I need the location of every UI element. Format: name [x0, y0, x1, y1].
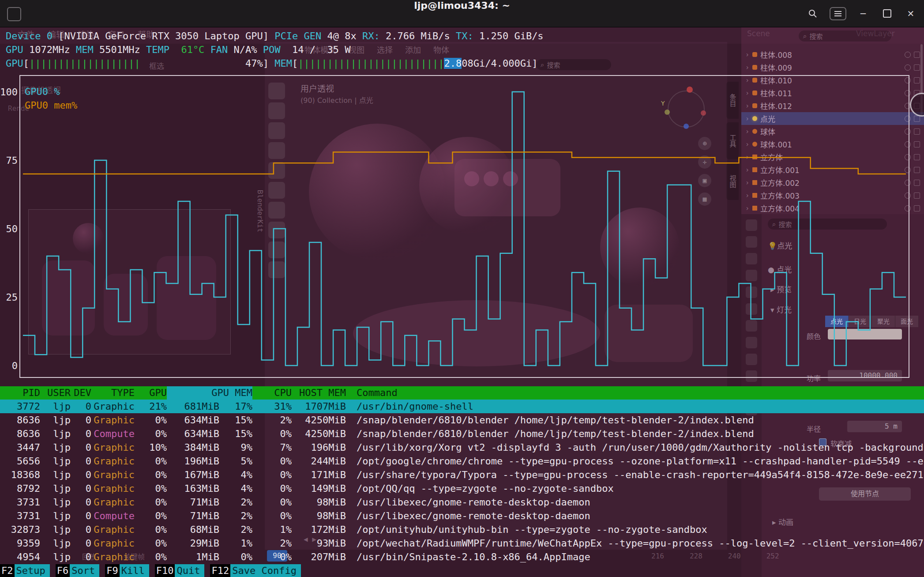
process-row[interactable]: 5656ljp0Graphic0%196MiB5%0%244MiB/opt/go…	[0, 454, 924, 468]
fkey-sort[interactable]: F6Sort	[56, 564, 99, 577]
cell-cpu: 7%	[252, 441, 292, 454]
process-row[interactable]: 8636ljp0Compute0%634MiB15%0%4250MiB/snap…	[0, 427, 924, 441]
process-row[interactable]: 3772ljp0Graphic21%681MiB17%31%1707MiB/us…	[0, 400, 924, 413]
fkey-setup[interactable]: F2Setup	[0, 564, 50, 577]
cell-dev: 0	[71, 468, 91, 482]
cell-hmem: 207MiB	[292, 550, 346, 564]
fkey-label: Quit	[175, 564, 204, 577]
close-button[interactable]: ✕	[904, 7, 918, 21]
search-icon	[808, 9, 817, 18]
cell-cmd: /usr/lib/xorg/Xorg vt2 -displayfd 3 -aut…	[346, 441, 924, 454]
cell-gmem_pct: 2%	[219, 495, 252, 509]
cell-gmem_pct: 1%	[219, 536, 252, 550]
cell-cmd: /usr/libexec/gnome-remote-desktop-daemon	[346, 495, 924, 509]
fkey-quit[interactable]: F10Quit	[155, 564, 205, 577]
gauge-line: GPU[||||||||||||||||||| 47%] MEM[|||||||…	[6, 57, 537, 70]
cell-user: ljp	[40, 413, 71, 427]
process-row[interactable]: 9359ljp0Graphic0%29MiB1%2%93MiB/opt/wech…	[0, 536, 924, 550]
cell-dev: 0	[71, 482, 91, 495]
process-row[interactable]: 3447ljp0Graphic10%384MiB9%7%196MiB/usr/l…	[0, 441, 924, 454]
cell-gmem_pct: 4%	[219, 468, 252, 482]
col-pid[interactable]: PID	[0, 386, 40, 400]
cell-pid: 18368	[0, 468, 40, 482]
cell-cmd: /usr/libexec/gnome-remote-desktop-daemon	[346, 509, 924, 523]
col-gpumem-sorted[interactable]: GPU MEM	[167, 386, 252, 400]
cell-user: ljp	[40, 523, 71, 536]
cell-type: Graphic	[91, 468, 135, 482]
col-hostmem[interactable]: HOST MEM	[292, 386, 346, 400]
cell-cmd: /opt/unityhub/unityhub-bin --type=zygote…	[346, 523, 924, 536]
hamburger-icon	[834, 11, 842, 17]
cell-gmem: 1MiB	[167, 550, 219, 564]
process-row[interactable]: 8792ljp0Graphic0%163MiB4%0%149MiB/opt/QQ…	[0, 482, 924, 495]
fkey-save-config[interactable]: F12Save Config	[210, 564, 300, 577]
cell-gmem: 71MiB	[167, 509, 219, 523]
process-table-header: PID USER DEV TYPE GPU GPU MEM CPU HOST M…	[0, 386, 924, 400]
process-row[interactable]: 3731ljp0Graphic0%71MiB2%0%98MiB/usr/libe…	[0, 495, 924, 509]
screen: 文件编辑渲染窗口帮助 Scene ViewLayer 物体模式视图选择添加物体 …	[0, 0, 924, 577]
chart-legend: GPU0 %GPU0 mem%	[25, 85, 77, 112]
cell-user: ljp	[40, 536, 71, 550]
cell-hmem: 4250MiB	[292, 413, 346, 427]
col-gpu[interactable]: GPU	[135, 386, 167, 400]
cell-gpu: 21%	[135, 400, 167, 413]
cell-dev: 0	[71, 550, 91, 564]
cell-gmem_pct: 15%	[219, 427, 252, 441]
y-axis-tick: 25	[0, 292, 18, 303]
y-axis-tick: 0	[0, 360, 18, 371]
minimize-button[interactable]: ─	[856, 7, 870, 21]
cell-user: ljp	[40, 495, 71, 509]
cell-cpu: 0%	[252, 468, 292, 482]
process-row[interactable]: 3731ljp0Compute0%71MiB2%0%98MiB/usr/libe…	[0, 509, 924, 523]
menu-button[interactable]	[830, 7, 846, 20]
process-row[interactable]: 4954ljp0Graphic0%1MiB0%0%207MiB/usr/bin/…	[0, 550, 924, 564]
cell-cpu: 31%	[252, 400, 292, 413]
cell-gmem: 68MiB	[167, 523, 219, 536]
y-axis-tick: 75	[0, 155, 18, 166]
legend-item: GPU0 %	[25, 85, 77, 98]
fkey-key: F2	[0, 564, 15, 577]
cell-type: Graphic	[91, 550, 135, 564]
fkey-kill[interactable]: F9Kill	[105, 564, 149, 577]
cell-type: Graphic	[91, 536, 135, 550]
cell-type: Graphic	[91, 413, 135, 427]
cell-cpu: 0%	[252, 509, 292, 523]
col-type[interactable]: TYPE	[91, 386, 135, 400]
col-dev[interactable]: DEV	[71, 386, 91, 400]
col-user[interactable]: USER	[40, 386, 71, 400]
cell-gmem: 167MiB	[167, 468, 219, 482]
search-button[interactable]	[806, 7, 820, 21]
y-axis-tick: 100	[0, 87, 18, 98]
cell-gpu: 0%	[135, 536, 167, 550]
cell-cpu: 0%	[252, 550, 292, 564]
gpu-history-chart	[19, 75, 909, 378]
cell-cpu: 0%	[252, 495, 292, 509]
cell-gpu: 0%	[135, 550, 167, 564]
maximize-button[interactable]	[880, 7, 894, 21]
cell-gpu: 0%	[135, 468, 167, 482]
cell-dev: 0	[71, 509, 91, 523]
titlebar: ljp@limou3434: ~ ─ ✕	[0, 0, 924, 27]
gpu-memory-line	[23, 152, 906, 174]
cell-gmem: 681MiB	[167, 400, 219, 413]
process-row[interactable]: 18368ljp0Graphic0%167MiB4%0%171MiB/usr/s…	[0, 468, 924, 482]
cell-gpu: 10%	[135, 441, 167, 454]
cell-gmem_pct: 4%	[219, 482, 252, 495]
cell-hmem: 149MiB	[292, 482, 346, 495]
cell-gmem: 634MiB	[167, 413, 219, 427]
cell-type: Graphic	[91, 400, 135, 413]
cell-pid: 3731	[0, 495, 40, 509]
cell-gpu: 0%	[135, 523, 167, 536]
cell-hmem: 244MiB	[292, 454, 346, 468]
cell-gpu: 0%	[135, 454, 167, 468]
cell-hmem: 98MiB	[292, 495, 346, 509]
fkey-key: F9	[105, 564, 120, 577]
clock-temp-line: GPU 1072MHz MEM 5501MHz TEMP 61°C FAN N/…	[6, 43, 351, 57]
cell-pid: 8636	[0, 413, 40, 427]
cell-cpu: 0%	[252, 482, 292, 495]
process-row[interactable]: 32873ljp0Graphic0%68MiB2%1%172MiB/opt/un…	[0, 523, 924, 536]
process-row[interactable]: 8636ljp0Graphic0%634MiB15%2%4250MiB/snap…	[0, 413, 924, 427]
col-command[interactable]: Command	[346, 386, 924, 400]
cell-hmem: 196MiB	[292, 441, 346, 454]
col-cpu[interactable]: CPU	[252, 386, 292, 400]
